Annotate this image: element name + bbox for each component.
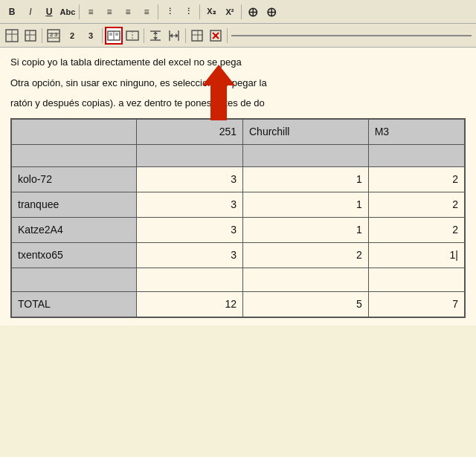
data-table: 251 Churchill M3 kolo-72 3 1 2 (10, 118, 466, 318)
empty-col3 (368, 268, 465, 291)
content-area: Si copio yo la tabla directamente del ex… (0, 48, 476, 325)
row1-col1: 3 (137, 166, 243, 192)
horizontal-rule (231, 35, 472, 36)
separator5 (42, 28, 42, 43)
separator9 (227, 28, 228, 43)
header-col1: 251 (137, 119, 243, 145)
row4-col2: 2 (242, 242, 368, 268)
header-col3: M3 (368, 119, 465, 145)
row3-label: Katze2A4 (11, 217, 137, 242)
table-row: kolo-72 3 1 2 (11, 166, 465, 192)
paragraph2: Otra opción, sin usar exc ninguno, es se… (10, 76, 466, 91)
separator3 (199, 4, 200, 19)
toolbar-table: 23 2 3 (0, 24, 476, 48)
align-justify-button[interactable]: ≡ (138, 3, 155, 21)
row2-label: tranquee (11, 192, 137, 217)
col-width-button[interactable] (165, 27, 183, 45)
row-height-button[interactable] (147, 27, 164, 45)
header-col2: Churchill (242, 119, 368, 145)
separator7 (144, 28, 144, 43)
table-container: 251 Churchill M3 kolo-72 3 1 2 (10, 118, 466, 318)
svg-text:2: 2 (50, 31, 54, 38)
table-row: txentxo65 3 2 1| (11, 242, 465, 268)
paragraph1: Si copio yo la tabla directamente del ex… (10, 55, 466, 70)
row1-col2: 1 (242, 166, 368, 192)
paragraph3: ratón y después copias). a vez dentro te… (10, 96, 466, 111)
row2-col3: 2 (368, 192, 465, 217)
toolbar-formatting: B I U Abc ≡ ≡ ≡ ≡ ⋮ ⋮ X₂ X² ⨁ ⨁ (0, 0, 476, 24)
align-center-button[interactable]: ≡ (100, 3, 118, 21)
total-col3: 7 (368, 291, 465, 317)
merge-cells-button[interactable] (105, 27, 123, 45)
empty-col1 (137, 268, 243, 291)
arrow-shaft (210, 85, 227, 120)
bold-button[interactable]: B (3, 3, 21, 21)
separator2 (158, 4, 158, 19)
row2-col2: 1 (242, 192, 368, 217)
header-col0 (11, 119, 137, 145)
table-row: Katze2A4 3 1 2 (11, 217, 465, 242)
insert-table2-button[interactable] (188, 27, 206, 45)
row4-col3: 1| (368, 242, 465, 268)
separator1 (79, 4, 80, 19)
col-num-button[interactable]: 2 (63, 27, 81, 45)
table-empty-row (11, 268, 465, 291)
split-cells-button[interactable] (123, 27, 141, 45)
total-col1: 12 (137, 291, 243, 317)
header-spacer-row (11, 144, 465, 166)
svg-text:3: 3 (54, 31, 58, 38)
align-left-button[interactable]: ≡ (82, 3, 100, 21)
total-label: TOTAL (11, 291, 137, 317)
total-col2: 5 (242, 291, 368, 317)
total-row: TOTAL 12 5 7 (11, 291, 465, 317)
row1-col3: 2 (368, 166, 465, 192)
separator4 (241, 4, 242, 19)
separator8 (185, 28, 186, 43)
table-props-button[interactable] (22, 27, 39, 45)
underline-button[interactable]: U (40, 3, 58, 21)
delete-table2-button[interactable] (207, 27, 225, 45)
svg-rect-3 (25, 30, 36, 41)
row3-col2: 1 (242, 217, 368, 242)
special2-button[interactable]: ⨁ (263, 3, 280, 21)
row4-label: txentxo65 (11, 242, 137, 268)
empty-col2 (242, 268, 368, 291)
arrow-head (202, 65, 235, 85)
strikethrough-button[interactable]: Abc (59, 3, 77, 21)
red-arrow (198, 65, 235, 120)
align-right-button[interactable]: ≡ (119, 3, 137, 21)
table-row: tranquee 3 1 2 (11, 192, 465, 217)
row3-col3: 2 (368, 217, 465, 242)
row3-col1: 3 (137, 217, 243, 242)
insert-cols-before-button[interactable]: 23 (45, 27, 62, 45)
row4-col1: 3 (137, 242, 243, 268)
insert-table-button[interactable] (3, 27, 21, 45)
svg-rect-14 (115, 33, 118, 36)
list-ordered-button[interactable]: ⋮ (179, 3, 197, 21)
empty-label (11, 268, 137, 291)
special1-button[interactable]: ⨁ (244, 3, 262, 21)
col-count-button[interactable]: 3 (82, 27, 100, 45)
row1-label: kolo-72 (11, 166, 137, 192)
svg-rect-13 (109, 33, 112, 36)
svg-rect-27 (192, 30, 202, 41)
separator6 (102, 28, 103, 43)
superscript-button[interactable]: X² (221, 3, 239, 21)
list-unordered-button[interactable]: ⋮ (161, 3, 178, 21)
subscript-button[interactable]: X₂ (202, 3, 220, 21)
row2-col1: 3 (137, 192, 243, 217)
italic-button[interactable]: I (22, 3, 39, 21)
table-header-row: 251 Churchill M3 (11, 119, 465, 145)
